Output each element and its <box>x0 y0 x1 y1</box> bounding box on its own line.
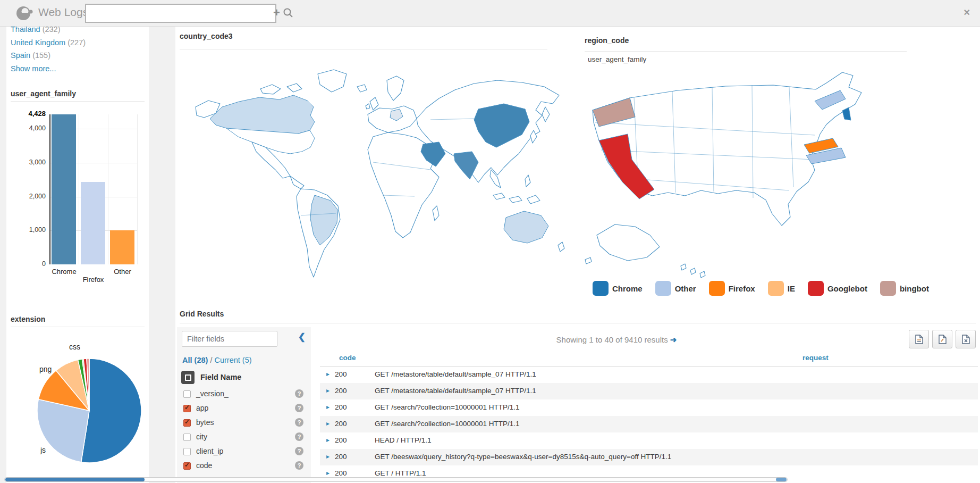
cell-code: 200 <box>335 436 347 444</box>
help-icon[interactable]: ? <box>295 389 303 398</box>
map-region-canada[interactable] <box>210 95 315 136</box>
help-icon[interactable]: ? <box>295 418 303 427</box>
field-row-app[interactable]: app ? <box>177 402 311 417</box>
map-region-madagascar <box>433 206 439 221</box>
current-fields-link[interactable]: Current (5) <box>214 356 251 364</box>
table-row[interactable]: ▸ 200 GET /metastore/table/default/sampl… <box>320 383 978 399</box>
field-label: client_ip <box>196 447 223 455</box>
table-row[interactable]: ▸ 200 GET /metastore/table/default/sampl… <box>320 367 978 383</box>
expand-caret-icon[interactable]: ▸ <box>326 436 330 444</box>
field-row-bytes[interactable]: bytes ? <box>177 417 311 431</box>
add-facet-icon[interactable]: + <box>273 6 280 20</box>
pie-slice-0[interactable] <box>81 359 141 463</box>
us-map-title: region_code <box>585 36 629 45</box>
hue-logo-icon[interactable] <box>16 5 33 21</box>
facet-link[interactable]: Spain <box>11 51 30 60</box>
top-bar: Web Logs + ✕ <box>0 0 980 27</box>
table-row[interactable]: ▸ 200 GET /search/?collection=10000001 H… <box>320 416 978 432</box>
legend-swatch <box>768 281 784 296</box>
field-row-client-ip[interactable]: client_ip ? <box>177 445 311 460</box>
checkbox-checked[interactable] <box>183 405 191 412</box>
fields-filter-links: All (28) / Current (5) <box>182 356 252 364</box>
us-states-map <box>577 60 957 288</box>
column-header-request[interactable]: request <box>802 354 829 362</box>
legend-label: Firefox <box>729 284 755 293</box>
download-xls-button[interactable] <box>956 330 976 348</box>
export-toolbar <box>906 330 976 348</box>
checkbox-unchecked[interactable] <box>183 434 191 441</box>
help-icon[interactable]: ? <box>295 461 303 470</box>
map-region-australia[interactable] <box>504 211 548 243</box>
facet-item-spain[interactable]: Spain (155) <box>11 49 143 62</box>
help-icon[interactable]: ? <box>295 447 303 455</box>
expand-caret-icon[interactable]: ▸ <box>326 370 330 378</box>
cell-code: 200 <box>335 469 347 477</box>
horizontal-scrollbar-thumb[interactable] <box>776 478 787 481</box>
filter-fields-input[interactable] <box>182 331 277 347</box>
bar-chrome[interactable] <box>52 114 76 264</box>
table-row[interactable]: ▸ 200 HEAD / HTTP/1.1 <box>320 432 978 449</box>
legend-swatch <box>808 281 824 296</box>
gridline <box>79 114 79 264</box>
facet-link[interactable]: United Kingdom <box>11 38 65 47</box>
download-csv-button[interactable] <box>909 330 929 348</box>
facet-count: (227) <box>67 38 86 47</box>
field-row-version[interactable]: _version_ ? <box>177 388 311 402</box>
close-icon[interactable]: ✕ <box>964 7 970 18</box>
horizontal-scrollbar-thumb[interactable] <box>5 478 145 481</box>
pie-label-png: png <box>39 365 52 373</box>
facet-item-united-kingdom[interactable]: United Kingdom (227) <box>11 36 143 49</box>
select-all-checkbox[interactable] <box>181 371 195 384</box>
facet-link[interactable]: Thailand <box>11 27 40 34</box>
map-region-alaska <box>597 224 660 261</box>
cell-request: GET /search/?collection=10000001 HTTP/1.… <box>375 403 520 411</box>
map-region-new-zealand <box>558 242 564 252</box>
facet-sidebar: Thailand (232) United Kingdom (227) Spai… <box>6 27 149 483</box>
fields-panel: ❮ All (28) / Current (5) Field Name _ver… <box>177 327 311 483</box>
table-row[interactable]: ▸ 200 GET /search/?collection=10000001 H… <box>320 399 978 416</box>
expand-caret-icon[interactable]: ▸ <box>326 469 330 477</box>
divider <box>180 49 547 49</box>
world-map-title: country_code3 <box>180 32 233 40</box>
legend-item-firefox: Firefox <box>709 281 755 296</box>
world-map <box>181 56 574 290</box>
legend-item-bingbot: bingbot <box>880 281 929 296</box>
column-header-code[interactable]: code <box>339 354 356 362</box>
checkbox-checked[interactable] <box>183 419 191 427</box>
facet-count: (232) <box>43 27 61 34</box>
show-more-link[interactable]: Show more... <box>11 62 143 75</box>
download-json-button[interactable] <box>932 330 952 348</box>
checkbox-unchecked[interactable] <box>183 448 191 455</box>
map-region-philippines <box>525 175 530 187</box>
bar-other[interactable] <box>110 230 134 264</box>
bar-firefox[interactable] <box>81 182 105 264</box>
separator: / <box>210 356 212 364</box>
help-icon[interactable]: ? <box>295 432 303 441</box>
field-label: bytes <box>196 418 214 427</box>
help-icon[interactable]: ? <box>295 404 303 412</box>
map-region-ireland <box>366 104 370 109</box>
facet-item-thailand[interactable]: Thailand (232) <box>11 27 143 36</box>
checkbox-unchecked[interactable] <box>183 390 191 398</box>
y-axis-tick: 4,000 <box>6 124 46 132</box>
next-page-arrow-icon[interactable]: ➜ <box>670 335 677 344</box>
expand-caret-icon[interactable]: ▸ <box>326 420 330 427</box>
cell-code: 200 <box>335 403 347 411</box>
field-row-code[interactable]: code ? <box>177 460 311 474</box>
search-icon[interactable] <box>283 7 293 20</box>
collapse-panel-icon[interactable]: ❮ <box>298 331 306 343</box>
cell-request: GET / HTTP/1.1 <box>375 469 426 477</box>
legend-label: Other <box>675 284 696 293</box>
field-row-city[interactable]: city ? <box>177 431 311 445</box>
expand-caret-icon[interactable]: ▸ <box>326 387 330 394</box>
expand-caret-icon[interactable]: ▸ <box>326 453 330 460</box>
app-title: Web Logs <box>38 6 88 19</box>
all-fields-link[interactable]: All (28) <box>182 356 208 364</box>
field-label: app <box>196 404 208 412</box>
map-region-uk <box>370 97 378 110</box>
expand-caret-icon[interactable]: ▸ <box>326 403 330 411</box>
search-input[interactable] <box>85 4 276 23</box>
x-axis-label: Firefox <box>72 276 115 284</box>
table-row[interactable]: ▸ 200 GET /beeswax/query_history?q-type=… <box>320 449 978 465</box>
checkbox-checked[interactable] <box>183 462 191 470</box>
